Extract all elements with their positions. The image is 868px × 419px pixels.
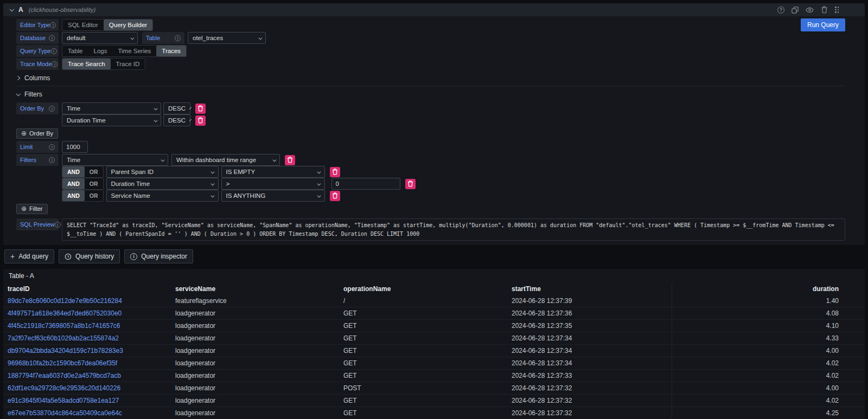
query-header-bar: A (clickhouse-observability) ? [3,3,865,16]
query-actions: ? [777,6,840,14]
or-option[interactable]: OR [85,178,103,189]
query-type-option-traces[interactable]: Traces [156,46,186,56]
trace-id-link[interactable]: 89dc7e8c6060c0d12de7e9b50c216284 [3,297,171,305]
filter-field-select[interactable]: Duration Time [106,178,219,190]
filter-operator-select[interactable]: > [221,178,325,190]
editor-type-option-query-builder[interactable]: Query Builder [104,20,152,30]
query-history-button[interactable]: Query history [59,249,120,263]
query-type-option-time-series[interactable]: Time Series [112,46,156,56]
query-type-toggle: Table Logs Time Series Traces [62,45,187,57]
circle-plus-icon: ⊕ [21,205,27,212]
info-icon[interactable]: i [50,22,56,28]
trace-mode-option-trace-id[interactable]: Trace ID [111,59,145,69]
filter-value-input[interactable] [331,178,400,190]
service-name-cell: loadgenerator [171,347,339,354]
query-type-option-logs[interactable]: Logs [88,46,113,56]
table-label: Table i [142,32,184,44]
add-order-by-button[interactable]: ⊕ Order By [16,128,58,139]
limit-label: Limit i [16,141,59,153]
query-inspector-button[interactable]: i Query inspector [124,249,193,263]
start-time-cell: 2024-06-28 12:37:32 [507,397,672,404]
service-name-cell: loadgenerator [171,372,339,379]
query-type-option-table[interactable]: Table [62,46,88,56]
trace-id-link[interactable]: 96968b10fa2b2c1590bc67dea06ef35f [3,359,171,367]
order-by-field-select[interactable]: Duration Time [62,114,161,126]
query-type-label: Query Type i [16,45,59,57]
add-filter-button[interactable]: ⊕ Filter [16,204,48,214]
panel-title: Table - A [3,269,865,283]
info-icon[interactable]: i [52,61,58,67]
trace-id-link[interactable]: 4f497571a618e364ed7ded60752030e0 [3,310,171,317]
column-header-operationname[interactable]: operationName [339,285,507,293]
trace-id-link[interactable]: 7a2f07ecf63c60b1029ab2ac155874a2 [3,334,171,342]
table-body: 89dc7e8c6060c0d12de7e9b50c216284featuref… [3,295,865,419]
duplicate-query-icon[interactable] [792,7,799,14]
order-by-direction-select[interactable]: DESC [163,102,190,114]
filter-operator-select[interactable]: Within dashboard time range [171,154,280,166]
delete-filter-button[interactable] [405,179,416,189]
limit-input[interactable] [62,141,88,153]
database-select[interactable]: default [62,32,138,44]
filter-field-select[interactable]: Parent Span ID [106,166,219,178]
delete-filter-button[interactable] [285,155,295,165]
info-icon[interactable]: i [51,48,57,54]
trace-id-link[interactable]: 62df1ec9a29728c9e29536c20d140226 [3,384,171,392]
query-editor-card: A (clickhouse-observability) ? [3,3,865,245]
table-row: 1887794f7eaa6037d0e2a4579bcd7acbloadgene… [3,370,865,382]
add-query-button[interactable]: + Add query [4,249,54,263]
column-header-duration[interactable]: duration [672,283,865,295]
delete-filter-button[interactable] [330,191,340,201]
info-icon[interactable]: i [49,106,55,112]
delete-order-by-button[interactable] [195,104,206,114]
sql-preview-text: SELECT "TraceId" as traceID, "ServiceNam… [62,218,845,241]
filter-operator-select[interactable]: IS ANYTHING [221,190,325,202]
trace-mode-toggle: Trace Search Trace ID [62,58,145,70]
trace-id-link[interactable]: db9704a2bbda34204d159c71b78283e3 [3,347,171,354]
column-header-servicename[interactable]: serviceName [171,285,339,293]
filter-operator-select[interactable]: IS EMPTY [221,166,325,178]
trace-id-link[interactable]: e67ee7b53870d4c864ca50409ca0e64c [3,409,171,417]
operation-name-cell: GET [339,334,507,342]
or-option[interactable]: OR [85,190,103,201]
filter-field-select[interactable]: Time [62,154,168,166]
delete-order-by-button[interactable] [195,115,206,126]
info-icon[interactable]: i [55,222,61,228]
info-icon[interactable]: i [49,144,55,150]
order-by-row-1: Duration Time DESC [62,114,845,126]
remove-query-trash-icon[interactable] [821,6,828,14]
run-query-button[interactable]: Run Query [801,18,845,31]
collapse-query-icon[interactable] [10,8,13,11]
trace-id-link[interactable]: e91c3645f04fa5e58adcd0758e1ea127 [3,397,171,404]
info-icon[interactable]: i [49,35,55,41]
operation-name-cell: GET [339,322,507,330]
columns-section-toggle[interactable]: Columns [16,72,845,86]
filters-label: Filters i [16,154,59,166]
column-header-traceid[interactable]: traceID [3,285,171,293]
info-icon[interactable]: i [175,35,181,41]
info-icon[interactable]: i [49,157,55,163]
sql-preview-label: SQL Preview i [16,218,59,230]
table-select[interactable]: otel_traces [188,32,266,44]
trace-id-link[interactable]: 1887794f7eaa6037d0e2a4579bcd7acb [3,372,171,379]
filters-section-toggle[interactable]: Filters [16,88,845,100]
datasource-help-icon[interactable]: ? [777,7,784,14]
order-by-direction-select[interactable]: DESC [163,114,190,126]
sql-preview-row: SQL Preview i SELECT "TraceId" as traceI… [16,218,845,241]
column-header-starttime[interactable]: startTime [507,285,672,293]
drag-handle-icon[interactable] [835,7,840,13]
start-time-cell: 2024-06-28 12:37:34 [507,347,672,354]
editor-type-option-sql-editor[interactable]: SQL Editor [62,20,104,30]
order-by-field-select[interactable]: Time [62,102,161,114]
filter-field-select[interactable]: Service Name [106,190,219,202]
duration-cell: 4.25 [672,407,865,419]
trace-mode-option-trace-search[interactable]: Trace Search [62,59,111,69]
and-option[interactable]: AND [62,178,85,189]
or-option[interactable]: OR [85,166,103,177]
and-option[interactable]: AND [62,166,85,177]
duration-cell: 4.02 [672,395,865,407]
and-option[interactable]: AND [62,190,85,201]
hide-response-eye-icon[interactable] [806,6,814,14]
delete-filter-button[interactable] [330,167,340,177]
table-row: db9704a2bbda34204d159c71b78283e3loadgene… [3,345,865,357]
trace-id-link[interactable]: 4f45c21918c73698057a8b1c741657c6 [3,322,171,330]
